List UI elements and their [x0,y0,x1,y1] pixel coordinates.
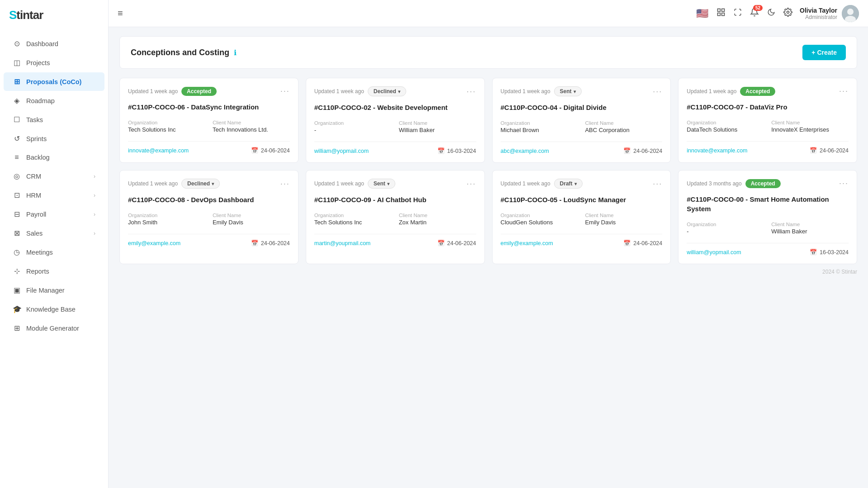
topbar-icons: 🇺🇸 52 [696,8,792,19]
settings-gear-icon[interactable] [783,8,792,19]
client-field: Client Name Tech Innovations Ltd. [213,120,290,133]
notification-bell-icon[interactable]: 52 [750,8,759,19]
nav-icon-payroll: ⊟ [13,210,21,218]
calendar-icon: 📅 [437,147,445,154]
card-more-menu[interactable]: ··· [280,179,290,189]
proposal-card[interactable]: Updated 1 week ago Sent▾ ··· #C110P-COCO… [306,170,485,264]
card-email[interactable]: martin@youpmail.com [314,240,371,246]
sidebar-item-hrm[interactable]: ⊡ HRM › [4,186,104,204]
sidebar-item-filemanager[interactable]: ▣ File Manager [4,281,104,299]
sidebar-item-sales[interactable]: ⊠ Sales › [4,224,104,242]
sidebar-item-backlog[interactable]: ≡ Backlog [4,148,104,166]
nav-icon-proposals: ⊞ [13,77,21,86]
sidebar-item-reports[interactable]: ⊹ Reports [4,262,104,280]
proposal-card[interactable]: Updated 1 week ago Accepted ··· #C110P-C… [119,78,299,163]
card-more-menu[interactable]: ··· [466,87,476,96]
menu-toggle-icon[interactable]: ≡ [118,8,123,19]
card-footer: william@yopmail.com 📅 16-03-2024 [314,142,476,154]
create-button[interactable]: + Create [802,45,846,60]
logo-text: Stintar [9,8,43,22]
status-chevron-icon: ▾ [574,181,577,186]
sidebar-item-knowledgebase[interactable]: 🎓 Knowledge Base [4,300,104,318]
updated-text: Updated 1 week ago [314,88,364,95]
card-more-menu[interactable]: ··· [839,86,849,96]
status-badge[interactable]: Declined▾ [368,86,406,96]
nav-icon-tasks: ☐ [13,115,21,124]
org-label: Organization [128,213,205,218]
sidebar-item-crm[interactable]: ◎ CRM › [4,167,104,185]
card-header: Updated 1 week ago Accepted ··· [687,86,849,96]
card-email[interactable]: emily@example.com [501,240,553,246]
sidebar-item-roadmap[interactable]: ◈ Roadmap [4,91,104,110]
card-email[interactable]: william@yopmail.com [314,148,369,154]
org-value: CloudGen Solutions [501,219,578,226]
nav-label-crm: CRM [26,173,41,180]
card-header: Updated 1 week ago Accepted ··· [128,86,290,96]
date-value: 16-03-2024 [820,249,849,256]
language-flag[interactable]: 🇺🇸 [696,8,708,19]
updated-text: Updated 3 months ago [687,180,741,187]
card-email[interactable]: william@yopmail.com [687,249,741,256]
card-email[interactable]: innovate@example.com [687,147,747,154]
client-value: ABC Corporation [585,127,662,133]
nav-label-payroll: Payroll [26,211,46,218]
org-field: Organization - [687,222,764,235]
card-more-menu[interactable]: ··· [839,179,849,188]
svg-rect-3 [722,13,725,16]
sidebar-item-modulegenerator[interactable]: ⊞ Module Generator [4,319,104,337]
apps-grid-icon[interactable] [716,8,726,19]
proposal-card[interactable]: Updated 1 week ago Accepted ··· #C110P-C… [678,78,857,163]
proposal-card[interactable]: Updated 3 months ago Accepted ··· #C110P… [678,170,857,264]
org-value: Michael Brown [501,127,578,133]
date-value: 24-06-2024 [820,147,849,154]
proposal-card[interactable]: Updated 1 week ago Draft▾ ··· #C110P-COC… [492,170,671,264]
status-badge[interactable]: Sent▾ [368,179,395,189]
main-content: ≡ 🇺🇸 52 Olivia Taylor Admi [109,0,868,488]
card-date: 📅 16-03-2024 [437,147,476,154]
client-label: Client Name [213,120,290,125]
card-more-menu[interactable]: ··· [653,87,662,96]
sidebar-item-sprints[interactable]: ↺ Sprints [4,129,104,148]
status-badge[interactable]: Accepted [181,87,217,96]
card-date: 📅 24-06-2024 [810,147,849,154]
card-date: 📅 24-06-2024 [251,147,290,154]
card-fields: Organization Tech Solutions Inc Client N… [314,213,476,226]
card-footer: emily@example.com 📅 24-06-2024 [501,234,663,246]
chevron-icon: › [94,192,95,199]
user-profile[interactable]: Olivia Taylor Administrator [800,5,859,22]
proposal-card[interactable]: Updated 1 week ago Declined▾ ··· #C110P-… [306,78,485,163]
card-date: 📅 24-06-2024 [623,240,662,246]
sidebar-item-dashboard[interactable]: ⊙ Dashboard [4,34,104,53]
status-badge[interactable]: Accepted [740,87,775,96]
updated-text: Updated 1 week ago [314,180,364,187]
status-badge[interactable]: Declined▾ [181,179,220,189]
nav-label-meetings: Meetings [26,249,53,256]
sidebar-item-projects[interactable]: ◫ Projects [4,53,104,72]
card-more-menu[interactable]: ··· [653,179,662,189]
calendar-icon: 📅 [437,240,445,246]
card-email[interactable]: abc@example.com [501,148,549,154]
card-more-menu[interactable]: ··· [280,86,290,96]
status-badge[interactable]: Sent▾ [554,86,582,96]
sidebar-item-meetings[interactable]: ◷ Meetings [4,243,104,261]
nav-label-tasks: Tasks [26,116,43,123]
proposal-card[interactable]: Updated 1 week ago Declined▾ ··· #C110P-… [119,170,299,264]
calendar-icon: 📅 [623,147,631,154]
proposal-card[interactable]: Updated 1 week ago Sent▾ ··· #C110P-COCO… [492,78,671,163]
info-icon[interactable]: ℹ [234,48,237,57]
dark-mode-icon[interactable] [767,8,775,19]
cards-grid: Updated 1 week ago Accepted ··· #C110P-C… [119,78,857,264]
svg-rect-0 [718,9,721,12]
sidebar-item-payroll[interactable]: ⊟ Payroll › [4,205,104,223]
status-badge[interactable]: Accepted [745,179,781,188]
card-meta: Updated 1 week ago Sent▾ [314,179,395,189]
card-email[interactable]: emily@example.com [128,240,180,246]
page-content: Conceptions and Costing ℹ + Create Updat… [109,27,868,488]
card-email[interactable]: innovate@example.com [128,147,189,154]
status-badge[interactable]: Draft▾ [554,179,583,189]
sidebar-item-proposals[interactable]: ⊞ Proposals (CoCo) [4,72,104,91]
sidebar-item-tasks[interactable]: ☐ Tasks [4,110,104,129]
logo[interactable]: Stintar [0,0,108,30]
expand-icon[interactable] [734,8,742,19]
card-more-menu[interactable]: ··· [466,179,476,189]
